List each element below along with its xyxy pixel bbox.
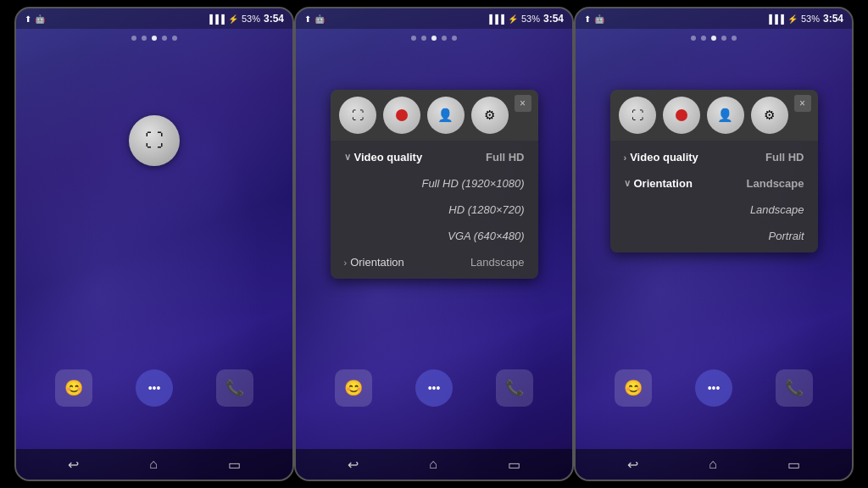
dot-1-1 bbox=[131, 36, 136, 41]
usb-icon-3: ⬆ bbox=[584, 14, 591, 24]
landscape-row-3[interactable]: Landscape bbox=[610, 197, 818, 223]
apps-icon-btn-1[interactable]: ••• bbox=[136, 369, 173, 407]
nav-bar-3: ↩ ⌂ ▭ bbox=[576, 449, 852, 480]
video-quality-label-3: Video quality bbox=[630, 151, 698, 164]
nav-bar-2: ↩ ⌂ ▭ bbox=[296, 449, 572, 480]
dot-3-2 bbox=[701, 36, 706, 41]
dot-3-3 bbox=[711, 36, 716, 41]
sms-icon-1: 😊 bbox=[64, 379, 83, 397]
video-quality-value-2: Full HD bbox=[486, 151, 525, 164]
expand-btn-3[interactable]: ⛶ bbox=[619, 97, 656, 134]
status-icons-left-2: ⬆ 🤖 bbox=[304, 14, 325, 24]
apps-icon-1: ••• bbox=[148, 381, 161, 395]
settings-btn-2[interactable]: ⚙ bbox=[471, 97, 509, 134]
home-btn-2[interactable]: ⌂ bbox=[429, 457, 437, 472]
time-1: 3:54 bbox=[264, 13, 284, 25]
full-hd-row-2[interactable]: Full HD (1920×1080) bbox=[331, 170, 538, 197]
settings-btn-3[interactable]: ⚙ bbox=[751, 97, 788, 134]
record-btn-2[interactable] bbox=[383, 97, 420, 134]
status-bar-3: ⬆ 🤖 ▐▐▐ ⚡ 53% 3:54 bbox=[576, 8, 852, 29]
dot-1-5 bbox=[172, 36, 177, 41]
menu-items-2: ∨ Video quality Full HD Full HD (1920×10… bbox=[331, 141, 538, 279]
portrait-label-3: Portrait bbox=[769, 230, 804, 242]
close-btn-3[interactable]: × bbox=[794, 95, 811, 112]
menu-items-3: › Video quality Full HD ∨ Orientation La… bbox=[610, 141, 818, 252]
phone-icon-btn-1[interactable]: 📞 bbox=[216, 369, 253, 407]
chevron-right-icon-or-2: › bbox=[344, 258, 348, 268]
dot-1-4 bbox=[162, 36, 167, 41]
phone-content-1: ⛶ 😊 ••• 📞 bbox=[16, 47, 292, 449]
face-btn-2[interactable]: 👤 bbox=[427, 97, 465, 134]
chevron-down-icon-or-3: ∨ bbox=[624, 178, 631, 189]
signal-icon-2: ▐▐▐ bbox=[487, 14, 504, 24]
recents-btn-1[interactable]: ▭ bbox=[228, 457, 241, 473]
dot-3-5 bbox=[732, 36, 737, 41]
status-icons-left-3: ⬆ 🤖 bbox=[584, 14, 604, 24]
dot-3-4 bbox=[721, 36, 726, 41]
video-quality-row-3[interactable]: › Video quality Full HD bbox=[610, 144, 818, 170]
full-hd-label-2: Full HD (1920×1080) bbox=[421, 177, 524, 190]
dot-2-3 bbox=[431, 36, 437, 41]
home-btn-1[interactable]: ⌂ bbox=[149, 457, 158, 472]
back-btn-3[interactable]: ↩ bbox=[627, 457, 638, 473]
battery-label-1: 53% bbox=[242, 14, 260, 24]
orientation-row-2[interactable]: › Orientation Landscape bbox=[331, 249, 538, 275]
recents-btn-3[interactable]: ▭ bbox=[787, 457, 800, 473]
camera-main-button-1[interactable]: ⛶ bbox=[129, 115, 180, 166]
status-bar-2: ⬆ 🤖 ▐▐▐ ⚡ 53% 3:54 bbox=[296, 8, 572, 29]
video-quality-value-3: Full HD bbox=[765, 151, 804, 164]
sms-icon-btn-1[interactable]: 😊 bbox=[55, 369, 92, 407]
camera-icon-1: ⛶ bbox=[145, 130, 164, 152]
hd-row-2[interactable]: HD (1280×720) bbox=[331, 197, 538, 223]
home-btn-3[interactable]: ⌂ bbox=[709, 457, 717, 472]
status-right-1: ▐▐▐ ⚡ 53% 3:54 bbox=[207, 13, 284, 25]
chevron-right-icon-vq-3: › bbox=[624, 152, 627, 163]
battery-label-3: 53% bbox=[801, 14, 820, 24]
record-btn-3[interactable] bbox=[663, 97, 700, 134]
status-bar-1: ⬆ 🤖 ▐▐▐ ⚡ 53% 3:54 bbox=[16, 8, 292, 29]
phone-1: ⬆ 🤖 ▐▐▐ ⚡ 53% 3:54 ⛶ 😊 bbox=[14, 7, 294, 481]
popup-toolbar-2: ⛶ 👤 ⚙ × bbox=[331, 90, 538, 141]
battery-label-2: 53% bbox=[521, 14, 540, 24]
dots-row-3 bbox=[576, 29, 852, 47]
phone-content-2: ⛶ 👤 ⚙ × ∨ Video quality Full HD F bbox=[296, 47, 572, 449]
dot-1-2 bbox=[142, 36, 147, 41]
charging-icon-2: ⚡ bbox=[508, 14, 518, 24]
orientation-label-3: Orientation bbox=[634, 177, 693, 190]
back-btn-1[interactable]: ↩ bbox=[68, 457, 79, 473]
phone-content-3: ⛶ 👤 ⚙ × › Video quality Full HD ∨ bbox=[576, 47, 852, 449]
close-btn-2[interactable]: × bbox=[515, 95, 531, 112]
signal-icon-3: ▐▐▐ bbox=[766, 14, 784, 24]
android-icon-3: 🤖 bbox=[594, 14, 604, 24]
dot-2-5 bbox=[452, 36, 457, 41]
popup-toolbar-3: ⛶ 👤 ⚙ × bbox=[610, 90, 818, 141]
popup-menu-3: ⛶ 👤 ⚙ × › Video quality Full HD ∨ bbox=[610, 90, 818, 252]
dot-2-4 bbox=[442, 36, 447, 41]
orientation-value-2: Landscape bbox=[470, 256, 525, 269]
vga-row-2[interactable]: VGA (640×480) bbox=[331, 223, 538, 249]
android-icon-2: 🤖 bbox=[314, 14, 325, 24]
dot-1-3 bbox=[152, 36, 157, 41]
popup-overlay-2: ⛶ 👤 ⚙ × ∨ Video quality Full HD F bbox=[296, 47, 572, 419]
portrait-row-3[interactable]: Portrait bbox=[610, 223, 818, 249]
recents-btn-2[interactable]: ▭ bbox=[508, 457, 520, 473]
chevron-down-icon-vq-2: ∨ bbox=[344, 152, 351, 163]
orientation-label-2: Orientation bbox=[350, 256, 404, 269]
video-quality-label-2: Video quality bbox=[354, 151, 423, 164]
dots-row-2 bbox=[296, 29, 572, 47]
signal-icon-1: ▐▐▐ bbox=[207, 14, 225, 24]
bottom-icons-1: 😊 ••• 📞 bbox=[16, 369, 292, 407]
back-btn-2[interactable]: ↩ bbox=[348, 457, 359, 473]
video-quality-row-2[interactable]: ∨ Video quality Full HD bbox=[331, 144, 538, 170]
popup-menu-2: ⛶ 👤 ⚙ × ∨ Video quality Full HD F bbox=[331, 90, 538, 279]
nav-bar-1: ↩ ⌂ ▭ bbox=[16, 449, 292, 480]
vga-label-2: VGA (640×480) bbox=[448, 230, 524, 242]
orientation-row-3[interactable]: ∨ Orientation Landscape bbox=[610, 170, 818, 197]
expand-btn-2[interactable]: ⛶ bbox=[339, 97, 376, 134]
charging-icon-3: ⚡ bbox=[787, 14, 798, 24]
time-2: 3:54 bbox=[543, 13, 564, 25]
dot-2-2 bbox=[421, 36, 426, 41]
status-right-3: ▐▐▐ ⚡ 53% 3:54 bbox=[766, 13, 843, 25]
phones-container: ⬆ 🤖 ▐▐▐ ⚡ 53% 3:54 ⛶ 😊 bbox=[0, 0, 868, 488]
face-btn-3[interactable]: 👤 bbox=[707, 97, 744, 134]
